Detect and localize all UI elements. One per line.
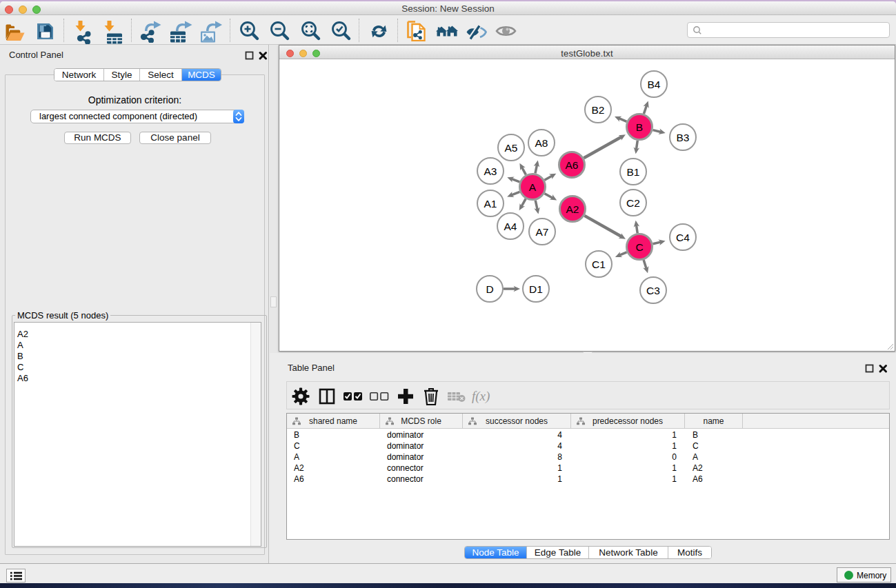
svg-text:C4: C4 — [676, 232, 690, 243]
svg-text:B2: B2 — [592, 104, 605, 116]
svg-text:A1: A1 — [484, 198, 497, 210]
svg-text:A7: A7 — [536, 226, 549, 238]
svg-text:A3: A3 — [484, 165, 497, 177]
svg-text:B4: B4 — [648, 79, 661, 90]
svg-text:A: A — [529, 181, 537, 193]
svg-text:D: D — [486, 283, 493, 295]
svg-text:A4: A4 — [504, 221, 517, 232]
svg-text:A6: A6 — [566, 159, 579, 171]
svg-text:C3: C3 — [646, 285, 660, 296]
svg-text:C: C — [635, 241, 643, 253]
svg-text:B: B — [636, 121, 643, 133]
svg-text:B1: B1 — [627, 166, 640, 178]
svg-text:C2: C2 — [626, 197, 640, 209]
svg-text:B3: B3 — [677, 132, 690, 143]
svg-text:D1: D1 — [529, 283, 543, 295]
svg-text:A5: A5 — [505, 142, 518, 154]
svg-text:A8: A8 — [535, 137, 548, 149]
svg-text:C1: C1 — [592, 258, 606, 270]
svg-text:A2: A2 — [566, 203, 579, 215]
